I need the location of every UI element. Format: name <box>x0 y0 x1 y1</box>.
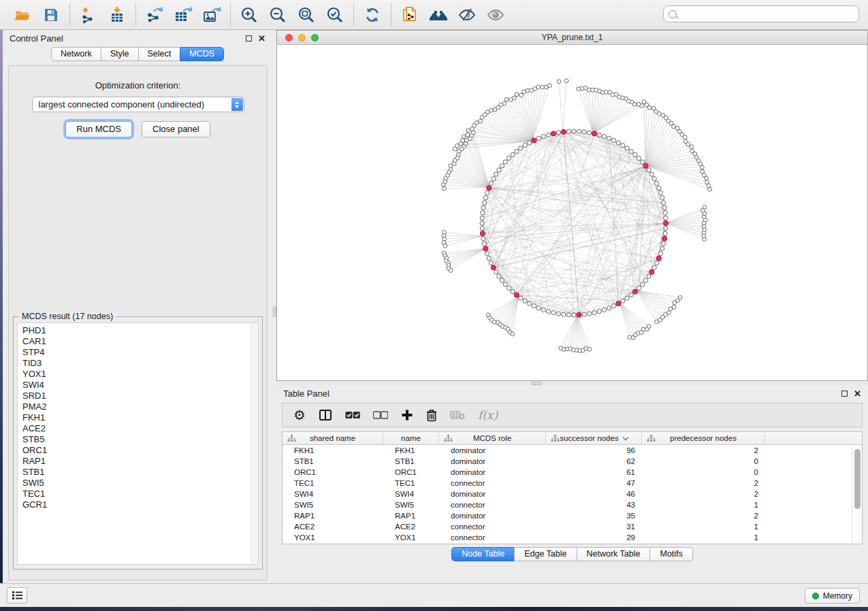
table-scrollbar[interactable] <box>852 446 862 544</box>
network-node[interactable] <box>582 130 586 134</box>
network-node[interactable] <box>503 160 507 164</box>
network-node[interactable] <box>511 152 515 156</box>
column-header-shared-name[interactable]: shared name <box>283 432 383 444</box>
satellite-node[interactable] <box>667 311 671 315</box>
network-node[interactable] <box>528 301 532 306</box>
close-window-traffic-light[interactable] <box>285 34 293 42</box>
satellite-node[interactable] <box>466 133 470 137</box>
network-node[interactable] <box>480 226 484 230</box>
dominator-node[interactable] <box>561 129 566 134</box>
satellite-node[interactable] <box>519 93 524 97</box>
satellite-node[interactable] <box>678 295 682 299</box>
zoom-fit-button[interactable] <box>295 4 318 26</box>
table-row[interactable]: ORC1ORC1dominator610 <box>283 467 862 478</box>
search-input[interactable] <box>680 10 850 19</box>
column-header-name[interactable]: name <box>383 432 439 444</box>
satellite-node[interactable] <box>443 244 447 248</box>
network-node[interactable] <box>485 191 489 195</box>
dominator-node[interactable] <box>643 163 648 168</box>
network-node[interactable] <box>607 306 611 310</box>
column-header-successor-nodes[interactable]: successor nodes <box>546 432 642 444</box>
network-node[interactable] <box>588 312 592 316</box>
network-node[interactable] <box>637 286 641 290</box>
network-node[interactable] <box>657 186 661 190</box>
network-node[interactable] <box>500 278 504 282</box>
tab-mcds[interactable]: MCDS <box>180 47 224 61</box>
export-table-button[interactable] <box>172 4 195 26</box>
network-node[interactable] <box>492 177 496 181</box>
mcds-result-item[interactable]: CAR1 <box>22 336 258 347</box>
network-node[interactable] <box>621 299 625 303</box>
mcds-result-item[interactable]: FKH1 <box>22 412 258 423</box>
float-panel-icon[interactable] <box>246 35 252 42</box>
optimization-criterion-select[interactable]: largest connected component (undirected) <box>32 97 244 112</box>
satellite-node[interactable] <box>515 93 519 97</box>
run-mcds-button[interactable]: Run MCDS <box>65 121 132 137</box>
network-node[interactable] <box>663 231 667 235</box>
satellite-node[interactable] <box>502 101 507 105</box>
network-node[interactable] <box>482 242 486 246</box>
network-node[interactable] <box>643 278 647 282</box>
table-row[interactable]: RAP1RAP1dominator352 <box>283 510 862 521</box>
network-node[interactable] <box>541 308 545 312</box>
network-node[interactable] <box>547 133 551 137</box>
tab-edge-table[interactable]: Edge Table <box>514 547 577 561</box>
satellite-node[interactable] <box>661 113 665 117</box>
network-node[interactable] <box>662 205 666 210</box>
satellite-node[interactable] <box>480 116 484 120</box>
table-row[interactable]: TEC1TEC1connector472 <box>283 478 862 489</box>
hide-graphics-details-button[interactable] <box>455 4 479 26</box>
network-node[interactable] <box>541 134 545 138</box>
satellite-node[interactable] <box>522 90 526 94</box>
satellite-node[interactable] <box>544 85 548 89</box>
add-column-button[interactable] <box>401 407 413 423</box>
satellite-node[interactable] <box>614 93 618 97</box>
satellite-node[interactable] <box>509 98 513 102</box>
network-node[interactable] <box>662 242 666 246</box>
satellite-node[interactable] <box>511 332 515 336</box>
tab-network-table[interactable]: Network Table <box>577 547 651 561</box>
table-row[interactable]: PHD1PHD1dominator180 <box>283 543 862 544</box>
satellite-node[interactable] <box>701 169 705 174</box>
mcds-result-item[interactable]: SWI5 <box>22 478 258 489</box>
network-node[interactable] <box>588 131 592 135</box>
network-node[interactable] <box>611 304 615 308</box>
export-network-button[interactable] <box>143 4 166 26</box>
dominator-node[interactable] <box>592 131 596 136</box>
table-row[interactable]: SWI4SWI4dominator462 <box>283 489 862 499</box>
clone-network-button[interactable] <box>398 4 421 26</box>
mcds-result-item[interactable]: GCR1 <box>22 499 258 510</box>
refresh-layout-button[interactable] <box>361 4 384 26</box>
network-node[interactable] <box>532 304 536 308</box>
satellite-node[interactable] <box>541 85 545 89</box>
network-node[interactable] <box>572 129 576 133</box>
network-node[interactable] <box>562 312 566 316</box>
close-panel-button[interactable]: Close panel <box>142 121 210 137</box>
network-node[interactable] <box>494 172 498 176</box>
network-node[interactable] <box>483 196 487 200</box>
dominator-node[interactable] <box>491 265 496 270</box>
table-row[interactable]: FKH1FKH1dominator962 <box>283 445 862 456</box>
satellite-node[interactable] <box>493 108 497 112</box>
network-node[interactable] <box>547 310 551 314</box>
network-node[interactable] <box>487 257 491 261</box>
network-node[interactable] <box>625 296 629 300</box>
network-node[interactable] <box>633 152 637 156</box>
network-node[interactable] <box>507 286 511 290</box>
network-node[interactable] <box>523 299 527 303</box>
memory-button[interactable]: Memory <box>805 588 860 604</box>
network-node[interactable] <box>597 310 601 314</box>
network-node[interactable] <box>641 282 645 286</box>
mcds-result-item[interactable]: TEC1 <box>22 489 258 499</box>
mcds-result-item[interactable]: STB5 <box>22 434 258 445</box>
network-node[interactable] <box>519 146 523 150</box>
splitter-grip[interactable] <box>273 306 276 317</box>
network-node[interactable] <box>480 216 484 220</box>
mcds-result-item[interactable]: SWI4 <box>22 380 258 391</box>
network-node[interactable] <box>572 313 576 317</box>
network-node[interactable] <box>647 274 651 278</box>
network-node[interactable] <box>625 146 629 150</box>
minimize-window-traffic-light[interactable] <box>298 34 306 42</box>
dominator-node[interactable] <box>662 236 666 241</box>
satellite-node[interactable] <box>441 183 445 187</box>
